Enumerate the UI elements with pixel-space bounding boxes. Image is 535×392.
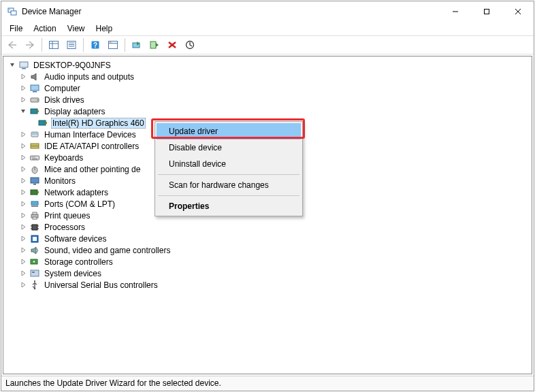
toolbar-separator <box>83 38 84 52</box>
svg-rect-64 <box>31 270 39 276</box>
tree-node-label: Computer <box>43 84 82 93</box>
action-button[interactable] <box>105 37 121 52</box>
expand-icon[interactable] <box>18 246 28 255</box>
svg-text:?: ? <box>93 42 97 49</box>
hid-icon <box>29 129 40 140</box>
expand-icon[interactable] <box>18 165 28 174</box>
toolbar-separator <box>42 38 42 52</box>
uninstall-device-button[interactable] <box>182 37 198 52</box>
tree-node-sound[interactable]: Sound, video and game controllers <box>5 244 530 256</box>
svg-rect-43 <box>32 159 37 159</box>
tree-node-usb[interactable]: Universal Serial Bus controllers <box>5 279 530 291</box>
svg-point-2 <box>9 9 10 10</box>
tree-node-computer[interactable]: Computer <box>5 82 530 94</box>
port-icon <box>29 199 40 210</box>
tree-node-label: Network adapters <box>43 188 110 197</box>
window-title: Device Manager <box>22 7 440 16</box>
expand-icon[interactable] <box>18 223 28 232</box>
svg-point-42 <box>34 157 35 157</box>
svg-rect-4 <box>485 10 489 14</box>
menu-action[interactable]: Action <box>28 22 61 35</box>
expand-icon[interactable] <box>18 95 28 105</box>
maximize-button[interactable] <box>471 1 502 22</box>
expand-icon[interactable] <box>18 176 28 186</box>
titlebar: Device Manager <box>1 1 534 22</box>
system-icon <box>29 268 40 279</box>
svg-rect-65 <box>32 272 35 273</box>
expand-icon[interactable] <box>18 280 28 290</box>
ctx-separator <box>158 195 299 196</box>
cpu-icon <box>29 222 40 233</box>
statusbar: Launches the Update Driver Wizard for th… <box>1 376 534 391</box>
expand-icon[interactable] <box>18 153 28 163</box>
expand-icon[interactable] <box>18 142 28 151</box>
expand-icon[interactable] <box>18 269 28 278</box>
disable-device-button[interactable] <box>164 37 180 52</box>
ctx-properties[interactable]: Properties <box>157 198 301 214</box>
close-button[interactable] <box>502 1 534 22</box>
expand-icon[interactable] <box>18 130 28 140</box>
expand-icon[interactable] <box>18 199 28 209</box>
expand-icon[interactable] <box>18 257 28 267</box>
collapse-icon[interactable] <box>18 107 28 116</box>
expand-icon[interactable] <box>18 84 28 93</box>
context-menu: Update driver Disable device Uninstall d… <box>155 121 303 216</box>
audio-icon <box>29 71 40 82</box>
tree-node-storage[interactable]: Storage controllers <box>5 256 530 267</box>
minimize-button[interactable] <box>440 1 471 22</box>
mouse-icon <box>29 164 40 175</box>
show-hide-console-button[interactable] <box>46 37 62 52</box>
collapse-icon[interactable] <box>7 61 17 70</box>
tree-node-system[interactable]: System devices <box>5 267 530 279</box>
forward-button[interactable] <box>22 37 38 52</box>
tree-node-label: Sound, video and game controllers <box>43 246 172 255</box>
properties-button[interactable] <box>63 37 80 52</box>
tree-node-label: Disk drives <box>43 95 86 105</box>
expand-icon[interactable] <box>18 234 28 244</box>
tree-node-disk[interactable]: Disk drives <box>5 94 530 105</box>
tree-node-processors[interactable]: Processors <box>5 221 530 233</box>
ctx-update-driver[interactable]: Update driver <box>157 123 301 140</box>
keyboard-icon <box>29 152 40 163</box>
svg-point-66 <box>34 287 36 289</box>
tree-node-software[interactable]: Software devices <box>5 233 530 244</box>
tree-node-label: Universal Serial Bus controllers <box>43 280 159 290</box>
svg-rect-50 <box>31 201 38 205</box>
tree-node-label: DESKTOP-9Q0JNFS <box>32 61 112 70</box>
ctx-separator <box>158 174 299 175</box>
expand-icon[interactable] <box>18 211 28 220</box>
svg-rect-53 <box>33 212 37 214</box>
ctx-scan-hardware[interactable]: Scan for hardware changes <box>157 177 301 193</box>
svg-rect-32 <box>37 110 39 112</box>
tree-node-label: System devices <box>43 269 103 278</box>
back-button[interactable] <box>4 37 20 52</box>
tree-node-label: Intel(R) HD Graphics 460 <box>51 118 146 129</box>
menu-file[interactable]: File <box>4 22 28 35</box>
svg-point-63 <box>33 261 35 262</box>
tree-node-audio[interactable]: Audio inputs and outputs <box>5 71 530 82</box>
menu-view[interactable]: View <box>62 22 91 35</box>
svg-rect-26 <box>22 68 26 69</box>
svg-rect-39 <box>31 156 39 160</box>
toolbar: ? <box>1 35 534 54</box>
ctx-disable-device[interactable]: Disable device <box>157 140 301 156</box>
svg-rect-27 <box>31 85 39 91</box>
svg-rect-34 <box>46 122 47 124</box>
svg-point-30 <box>37 99 38 101</box>
usb-icon <box>29 280 40 291</box>
update-driver-button[interactable] <box>129 37 145 52</box>
ctx-uninstall-device[interactable]: Uninstall device <box>157 156 301 172</box>
svg-point-41 <box>33 157 33 157</box>
svg-rect-25 <box>20 62 28 67</box>
network-icon <box>29 187 40 198</box>
help-button[interactable]: ? <box>87 37 103 52</box>
tree-node-display[interactable]: Display adapters <box>5 105 530 117</box>
enable-device-button[interactable] <box>146 37 163 52</box>
expand-icon[interactable] <box>18 188 28 197</box>
window-controls <box>440 1 534 22</box>
tree-root[interactable]: DESKTOP-9Q0JNFS <box>5 59 530 71</box>
expand-icon[interactable] <box>18 72 28 82</box>
menu-help[interactable]: Help <box>91 22 118 35</box>
tree-node-label: IDE ATA/ATAPI controllers <box>43 142 140 151</box>
tree-node-label: Keyboards <box>43 153 84 163</box>
